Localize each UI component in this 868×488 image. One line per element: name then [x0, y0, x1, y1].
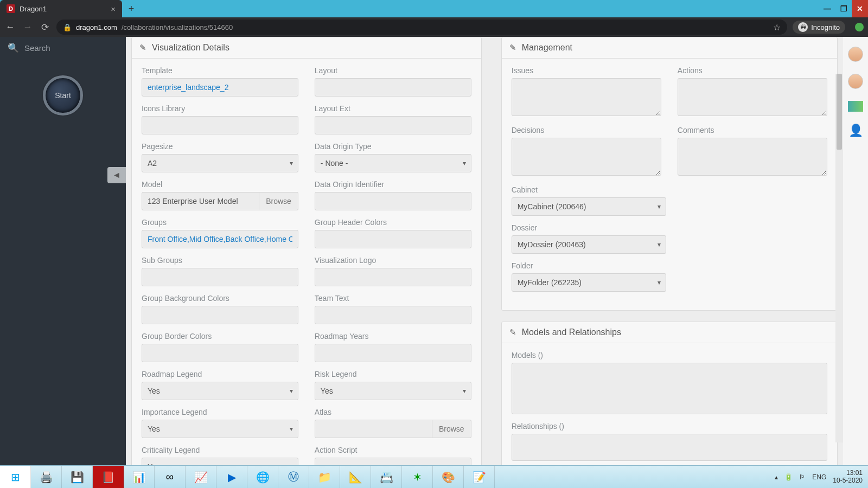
select-data-origin-type[interactable]: - None - [315, 154, 471, 172]
nav-forward-icon[interactable]: → [22, 22, 34, 33]
label-data-origin-id: Data Origin Identifier [315, 180, 471, 189]
input-groups[interactable] [142, 230, 298, 248]
label-cabinet: Cabinet [512, 185, 666, 194]
window-maximize-button[interactable] [835, 0, 852, 17]
input-template[interactable] [142, 78, 298, 97]
label-roadmap-years: Roadmap Years [315, 332, 471, 341]
box-relationships[interactable] [512, 434, 827, 461]
textarea-issues[interactable] [512, 78, 661, 116]
input-atlas[interactable] [315, 420, 432, 438]
select-criticality-legend[interactable]: Yes [142, 458, 298, 465]
label-model: Model [142, 180, 298, 189]
system-tray[interactable]: ▴ 🔋 🏳 ENG 13:01 10-5-2020 [769, 466, 868, 488]
label-group-bg: Group Background Colors [142, 294, 298, 303]
user-icon[interactable]: 👤 [848, 124, 863, 138]
tray-chevron-icon[interactable]: ▴ [775, 473, 778, 481]
scrollbar-track[interactable] [835, 74, 843, 442]
nav-reload-icon[interactable]: ⟳ [39, 22, 51, 33]
label-template: Template [142, 66, 298, 75]
input-model[interactable] [142, 192, 259, 210]
select-dossier[interactable]: MyDossier (200463) [512, 235, 666, 254]
input-visualization-logo[interactable] [315, 268, 471, 286]
taskbar-explorer-icon[interactable]: 📁 [309, 466, 340, 488]
window-close-button[interactable] [852, 0, 868, 17]
lock-icon: 🔒 [63, 23, 72, 31]
sidebar-collapse-icon[interactable]: ◄ [107, 167, 126, 183]
input-team-text[interactable] [315, 306, 471, 324]
input-sub-groups[interactable] [142, 268, 298, 286]
label-issues: Issues [512, 66, 661, 75]
select-roadmap-legend[interactable]: Yes [142, 382, 298, 400]
tab-close-icon[interactable]: × [111, 4, 116, 14]
input-layout-ext[interactable] [315, 116, 471, 134]
label-dossier: Dossier [512, 223, 666, 232]
textarea-comments[interactable] [678, 138, 827, 176]
input-data-origin-id[interactable] [315, 192, 471, 210]
browse-atlas-button[interactable]: Browse [432, 420, 471, 438]
taskbar-app-icon[interactable]: ▶ [216, 466, 247, 488]
app-sidebar: 🔍 Search Start ◄ [0, 37, 126, 465]
browser-tab[interactable]: D Dragon1 × [0, 0, 122, 17]
input-action-script[interactable] [315, 458, 471, 465]
bookmark-star-icon[interactable]: ☆ [773, 22, 781, 33]
start-menu-button[interactable]: ⊞ [0, 466, 31, 488]
taskbar-app-icon[interactable]: 💾 [62, 466, 93, 488]
label-sub-groups: Sub Groups [142, 256, 298, 265]
taskbar-app-icon[interactable]: 🎨 [433, 466, 464, 488]
select-cabinet[interactable]: MyCabinet (200646) [512, 197, 666, 216]
select-importance-legend[interactable]: Yes [142, 420, 298, 438]
label-actions: Actions [678, 66, 827, 75]
profile-avatar[interactable] [855, 23, 864, 31]
label-group-border: Group Border Colors [142, 332, 298, 341]
label-atlas: Atlas [315, 408, 471, 416]
avatar[interactable] [848, 47, 863, 62]
new-tab-button[interactable]: + [122, 0, 141, 17]
tray-language[interactable]: ENG [812, 473, 826, 481]
taskbar-app-icon[interactable]: 📈 [186, 466, 216, 488]
address-bar[interactable]: 🔒 dragon1.com/collaboration/visualizatio… [56, 20, 787, 35]
textarea-decisions[interactable] [512, 138, 661, 176]
textarea-actions[interactable] [678, 78, 827, 116]
incognito-icon: 🕶 [798, 22, 808, 32]
input-group-border[interactable] [142, 344, 298, 362]
sidebar-search[interactable]: 🔍 Search [0, 37, 126, 59]
card-visualization-details: ✎ Visualization Details Template Icons L… [131, 37, 482, 465]
avatar[interactable] [848, 74, 863, 89]
input-group-bg[interactable] [142, 306, 298, 324]
select-folder[interactable]: MyFolder (262235) [512, 273, 666, 292]
label-action-script: Action Script [315, 446, 471, 454]
input-roadmap-years[interactable] [315, 344, 471, 362]
tab-title: Dragon1 [20, 5, 47, 13]
label-roadmap-legend: Roadmap Legend [142, 370, 298, 378]
nav-back-icon[interactable]: ← [4, 22, 16, 33]
taskbar-app-icon[interactable]: 🖨️ [31, 466, 62, 488]
taskbar-app-icon[interactable]: ∞ [155, 466, 186, 488]
incognito-label: Incognito [811, 23, 840, 31]
dragon-icon[interactable] [848, 101, 863, 112]
taskbar-app-icon[interactable]: 📊 [124, 466, 155, 488]
label-risk-legend: Risk Legend [315, 370, 471, 378]
taskbar-app-icon[interactable]: ✶ [402, 466, 433, 488]
incognito-badge[interactable]: 🕶 Incognito [793, 21, 845, 34]
card-title-models: Models and Relationships [522, 328, 621, 337]
taskbar-chrome-icon[interactable]: 🌐 [247, 466, 278, 488]
select-pagesize[interactable]: A2 [142, 154, 298, 172]
browse-model-button[interactable]: Browse [259, 192, 298, 210]
tray-time: 13:01 [833, 470, 863, 477]
window-minimize-button[interactable] [819, 0, 835, 17]
input-layout[interactable] [315, 78, 471, 97]
browser-toolbar: ← → ⟳ 🔒 dragon1.com/collaboration/visual… [0, 17, 868, 37]
scrollbar-thumb[interactable] [837, 74, 842, 150]
label-comments: Comments [678, 126, 827, 134]
taskbar-app-icon[interactable]: 📇 [371, 466, 402, 488]
input-icons-library[interactable] [142, 116, 298, 134]
taskbar-app-icon[interactable]: Ⓜ [278, 466, 309, 488]
input-group-header-colors[interactable] [315, 230, 471, 248]
taskbar-app-icon[interactable]: 📕 [93, 466, 124, 488]
taskbar-app-icon[interactable]: 📝 [464, 466, 495, 488]
box-models[interactable] [512, 363, 827, 414]
taskbar-app-icon[interactable]: 📐 [340, 466, 371, 488]
windows-taskbar: ⊞ 🖨️ 💾 📕 📊 ∞ 📈 ▶ 🌐 Ⓜ 📁 📐 📇 ✶ 🎨 📝 ▴ 🔋 🏳 E… [0, 465, 868, 488]
start-button[interactable]: Start [43, 75, 83, 115]
select-risk-legend[interactable]: Yes [315, 382, 471, 400]
